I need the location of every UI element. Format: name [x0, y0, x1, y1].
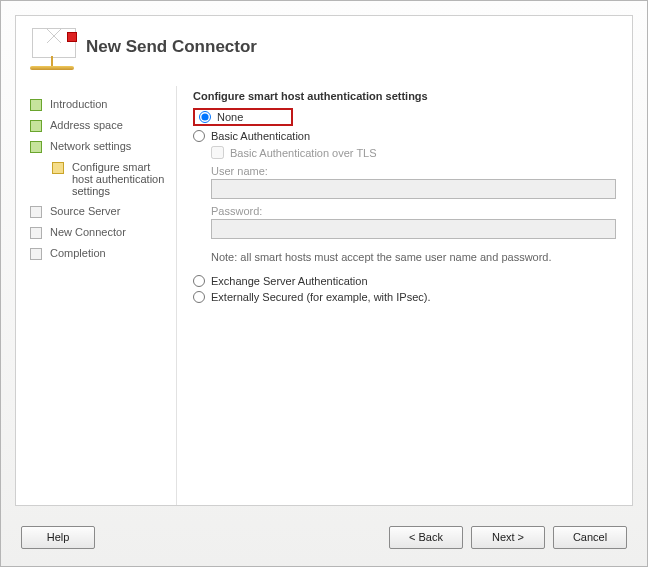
step-status-icon — [30, 99, 42, 111]
checkbox-basic-tls-row: Basic Authentication over TLS — [211, 146, 616, 159]
radio-external-label: Externally Secured (for example, with IP… — [211, 291, 430, 303]
radio-basic-row: Basic Authentication — [193, 130, 616, 142]
radio-none[interactable] — [199, 111, 211, 123]
radio-external[interactable] — [193, 291, 205, 303]
wizard-footer: Help < Back Next > Cancel — [1, 508, 647, 566]
radio-none-row: None — [193, 108, 616, 126]
step-label: Address space — [50, 119, 123, 131]
step-status-icon — [30, 248, 42, 260]
username-field[interactable] — [211, 179, 616, 199]
username-label: User name: — [211, 165, 616, 177]
step-label: New Connector — [50, 226, 126, 238]
step-new-connector[interactable]: New Connector — [30, 226, 170, 239]
step-source-server[interactable]: Source Server — [30, 205, 170, 218]
wizard-content: Configure smart host authentication sett… — [177, 86, 632, 505]
step-configure-smart-host-auth[interactable]: Configure smart host authentication sett… — [52, 161, 170, 197]
mail-connector-icon — [28, 28, 76, 72]
checkbox-basic-tls-label: Basic Authentication over TLS — [230, 147, 377, 159]
wizard-inner-panel: New Send Connector Introduction Address … — [15, 15, 633, 506]
radio-basic-label: Basic Authentication — [211, 130, 310, 142]
help-button[interactable]: Help — [21, 526, 95, 549]
note-text: Note: all smart hosts must accept the sa… — [211, 251, 616, 263]
step-completion[interactable]: Completion — [30, 247, 170, 260]
next-button[interactable]: Next > — [471, 526, 545, 549]
highlight-box: None — [193, 108, 293, 126]
password-field[interactable] — [211, 219, 616, 239]
password-label: Password: — [211, 205, 616, 217]
radio-external-row: Externally Secured (for example, with IP… — [193, 291, 616, 303]
radio-basic[interactable] — [193, 130, 205, 142]
wizard-window: New Send Connector Introduction Address … — [0, 0, 648, 567]
step-address-space[interactable]: Address space — [30, 119, 170, 132]
back-button[interactable]: < Back — [389, 526, 463, 549]
step-status-icon — [52, 162, 64, 174]
step-status-icon — [30, 120, 42, 132]
step-status-icon — [30, 141, 42, 153]
section-title: Configure smart host authentication sett… — [193, 90, 616, 102]
step-label: Configure smart host authentication sett… — [72, 161, 170, 197]
wizard-header: New Send Connector — [16, 16, 632, 84]
radio-exchange-label: Exchange Server Authentication — [211, 275, 368, 287]
step-network-settings[interactable]: Network settings — [30, 140, 170, 153]
wizard-sidebar: Introduction Address space Network setti… — [16, 86, 176, 505]
page-title: New Send Connector — [86, 37, 257, 57]
step-introduction[interactable]: Introduction — [30, 98, 170, 111]
radio-exchange[interactable] — [193, 275, 205, 287]
step-status-icon — [30, 227, 42, 239]
radio-exchange-row: Exchange Server Authentication — [193, 275, 616, 287]
step-status-icon — [30, 206, 42, 218]
cancel-button[interactable]: Cancel — [553, 526, 627, 549]
checkbox-basic-tls[interactable] — [211, 146, 224, 159]
step-label: Source Server — [50, 205, 120, 217]
radio-none-label: None — [217, 111, 243, 123]
step-label: Network settings — [50, 140, 131, 152]
step-label: Introduction — [50, 98, 107, 110]
step-label: Completion — [50, 247, 106, 259]
